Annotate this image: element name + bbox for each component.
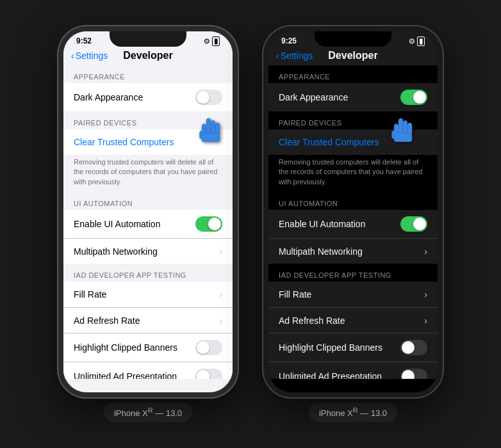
phone-model-sub: R xyxy=(148,406,153,414)
row-label: Fill Rate xyxy=(74,289,106,300)
list-item[interactable]: Highlight Clipped Banners xyxy=(63,333,233,362)
nav-bar: ‹SettingsDeveloper xyxy=(63,47,233,65)
section-header-2: UI AUTOMATION xyxy=(63,192,233,210)
toggle-switch[interactable] xyxy=(195,340,222,355)
toggle-knob xyxy=(413,91,426,104)
phone-wrapper-dark: 9:25 ⊙ ▮ ‹SettingsDeveloperAPPEARANCEDar… xyxy=(263,26,443,422)
list-item[interactable]: Highlight Clipped Banners xyxy=(268,333,438,362)
chevron-left-icon: ‹ xyxy=(276,51,279,61)
list-item[interactable]: Clear Trusted Computers xyxy=(268,129,438,155)
row-label: Dark Appearance xyxy=(74,92,143,102)
nav-back-button[interactable]: ‹Settings xyxy=(71,51,108,61)
toggle-knob xyxy=(197,91,209,104)
back-label: Settings xyxy=(281,51,313,61)
toggle-switch[interactable] xyxy=(400,369,427,379)
nav-title: Developer xyxy=(328,50,377,61)
toggle-switch[interactable] xyxy=(400,216,427,232)
list-item[interactable]: Fill Rate› xyxy=(268,282,438,307)
phone-wrapper-light: 9:52 ⊙ ▮ ‹SettingsDeveloperAPPEARANCEDar… xyxy=(58,26,238,422)
list-item[interactable]: Enable UI Automation xyxy=(63,210,233,238)
row-label: Dark Appearance xyxy=(279,92,348,102)
status-time: 9:52 xyxy=(76,36,92,45)
phone-notch xyxy=(315,31,391,47)
section-header-0: APPEARANCE xyxy=(268,65,438,83)
row-label: Enable UI Automation xyxy=(279,219,365,229)
section-header-0: APPEARANCE xyxy=(63,65,233,83)
list-item[interactable]: Fill Rate› xyxy=(63,282,233,307)
section-body-1: Clear Trusted Computers xyxy=(268,129,438,155)
toggle-knob xyxy=(402,370,415,379)
list-item[interactable]: Unlimited Ad Presentation xyxy=(268,362,438,379)
nav-back-button[interactable]: ‹Settings xyxy=(276,51,313,61)
list-item[interactable]: Unlimited Ad Presentation xyxy=(63,362,233,379)
row-label: Multipath Networking xyxy=(74,246,158,257)
back-label: Settings xyxy=(76,51,108,61)
chevron-right-icon: › xyxy=(219,246,222,257)
section-body-0: Dark Appearance xyxy=(268,83,438,111)
section-header-3: IAD DEVELOPER APP TESTING xyxy=(268,264,438,282)
toggle-switch[interactable] xyxy=(195,90,222,105)
toggle-knob xyxy=(208,218,221,230)
section-body-2: Enable UI AutomationMultipath Networking… xyxy=(63,210,233,264)
phone-model-sub: R xyxy=(353,406,358,414)
section-description: Removing trusted computers will delete a… xyxy=(268,155,438,192)
list-item[interactable]: Multipath Networking› xyxy=(268,238,438,264)
list-item[interactable]: Dark Appearance xyxy=(63,83,233,111)
list-item[interactable]: Ad Refresh Rate› xyxy=(268,307,438,333)
list-item[interactable]: Ad Refresh Rate› xyxy=(63,307,233,333)
row-label: Enable UI Automation xyxy=(74,219,160,229)
phone-device-label: iPhone XR — 13.0 xyxy=(104,403,192,422)
status-icons: ⊙ ▮ xyxy=(204,36,220,46)
row-label: Ad Refresh Rate xyxy=(279,316,345,326)
section-header-2: UI AUTOMATION xyxy=(268,192,438,210)
list-item[interactable]: Dark Appearance xyxy=(268,83,438,111)
section-header-1: PAIRED DEVICES xyxy=(63,111,233,129)
toggle-knob xyxy=(197,341,209,354)
chevron-right-icon: › xyxy=(424,316,427,326)
status-icons: ⊙ ▮ xyxy=(409,36,425,46)
toggle-switch[interactable] xyxy=(400,340,427,355)
row-label: Unlimited Ad Presentation xyxy=(74,371,177,379)
section-header-1: PAIRED DEVICES xyxy=(268,111,438,129)
section-body-1: Clear Trusted Computers xyxy=(63,129,233,155)
row-label: Highlight Clipped Banners xyxy=(279,342,382,353)
phone-dark: 9:25 ⊙ ▮ ‹SettingsDeveloperAPPEARANCEDar… xyxy=(263,26,443,397)
toggle-knob xyxy=(197,370,209,379)
list-item[interactable]: Clear Trusted Computers xyxy=(63,129,233,155)
scroll-content: APPEARANCEDark AppearancePAIRED DEVICESC… xyxy=(63,65,233,379)
section-header-3: IAD DEVELOPER APP TESTING xyxy=(63,264,233,282)
phone-notch xyxy=(110,31,186,47)
battery-icon: ▮ xyxy=(417,36,425,46)
toggle-switch[interactable] xyxy=(400,90,427,105)
battery-icon: ▮ xyxy=(212,36,220,46)
row-label: Clear Trusted Computers xyxy=(279,137,379,147)
row-label: Highlight Clipped Banners xyxy=(74,342,177,353)
toggle-knob xyxy=(402,341,415,354)
list-item[interactable]: Multipath Networking› xyxy=(63,238,233,264)
chevron-right-icon: › xyxy=(219,289,222,300)
row-label: Multipath Networking xyxy=(279,246,363,257)
chevron-right-icon: › xyxy=(424,289,427,300)
row-label: Clear Trusted Computers xyxy=(74,137,174,147)
phone-light: 9:52 ⊙ ▮ ‹SettingsDeveloperAPPEARANCEDar… xyxy=(58,26,238,397)
section-description: Removing trusted computers will delete a… xyxy=(63,155,233,192)
scroll-content: APPEARANCEDark AppearancePAIRED DEVICESC… xyxy=(268,65,438,379)
toggle-switch[interactable] xyxy=(195,216,222,232)
section-body-2: Enable UI AutomationMultipath Networking… xyxy=(268,210,438,264)
row-label: Unlimited Ad Presentation xyxy=(279,371,382,379)
chevron-right-icon: › xyxy=(219,316,222,326)
list-item[interactable]: Enable UI Automation xyxy=(268,210,438,238)
toggle-knob xyxy=(413,218,426,230)
wifi-icon: ⊙ xyxy=(204,37,209,45)
section-body-3: Fill Rate›Ad Refresh Rate›Highlight Clip… xyxy=(268,282,438,379)
section-body-3: Fill Rate›Ad Refresh Rate›Highlight Clip… xyxy=(63,282,233,379)
phone-device-label: iPhone XR — 13.0 xyxy=(309,403,397,422)
nav-bar: ‹SettingsDeveloper xyxy=(268,47,438,65)
nav-title: Developer xyxy=(123,50,172,61)
status-time: 9:25 xyxy=(281,36,297,45)
row-label: Ad Refresh Rate xyxy=(74,316,140,326)
wifi-icon: ⊙ xyxy=(409,37,415,45)
row-label: Fill Rate xyxy=(279,289,311,300)
toggle-switch[interactable] xyxy=(195,369,222,379)
section-body-0: Dark Appearance xyxy=(63,83,233,111)
